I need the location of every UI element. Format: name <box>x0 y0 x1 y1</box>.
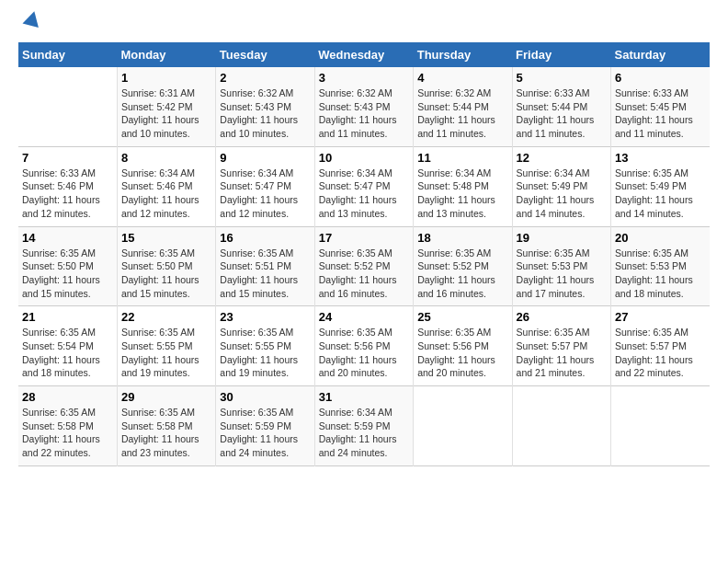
day-cell: 11Sunrise: 6:34 AMSunset: 5:48 PMDayligh… <box>414 146 512 226</box>
day-cell: 24Sunrise: 6:35 AMSunset: 5:56 PMDayligh… <box>314 306 413 386</box>
day-header-tuesday: Tuesday <box>216 42 314 67</box>
day-cell: 19Sunrise: 6:35 AMSunset: 5:53 PMDayligh… <box>512 226 610 306</box>
day-info: Sunrise: 6:34 AMSunset: 5:49 PMDaylight:… <box>517 167 607 221</box>
day-info: Sunrise: 6:35 AMSunset: 5:55 PMDaylight:… <box>121 326 211 380</box>
day-info: Sunrise: 6:34 AMSunset: 5:46 PMDaylight:… <box>121 167 211 221</box>
day-info: Sunrise: 6:35 AMSunset: 5:51 PMDaylight:… <box>220 247 310 301</box>
day-number: 17 <box>319 231 409 245</box>
day-cell: 15Sunrise: 6:35 AMSunset: 5:50 PMDayligh… <box>117 226 215 306</box>
day-cell: 10Sunrise: 6:34 AMSunset: 5:47 PMDayligh… <box>314 146 413 226</box>
day-number: 8 <box>121 151 211 165</box>
day-cell <box>611 386 710 466</box>
day-info: Sunrise: 6:32 AMSunset: 5:44 PMDaylight:… <box>417 86 507 141</box>
day-info: Sunrise: 6:35 AMSunset: 5:56 PMDaylight:… <box>319 326 409 380</box>
day-info: Sunrise: 6:34 AMSunset: 5:48 PMDaylight:… <box>417 167 507 221</box>
day-header-sunday: Sunday <box>18 42 117 67</box>
logo-text <box>18 18 42 33</box>
day-info: Sunrise: 6:33 AMSunset: 5:44 PMDaylight:… <box>517 86 607 141</box>
day-cell: 28Sunrise: 6:35 AMSunset: 5:58 PMDayligh… <box>18 386 117 466</box>
day-number: 15 <box>121 231 211 245</box>
day-number: 5 <box>517 71 607 85</box>
day-cell: 20Sunrise: 6:35 AMSunset: 5:53 PMDayligh… <box>611 226 710 306</box>
day-info: Sunrise: 6:35 AMSunset: 5:50 PMDaylight:… <box>22 247 113 301</box>
day-info: Sunrise: 6:35 AMSunset: 5:53 PMDaylight:… <box>615 247 706 301</box>
day-info: Sunrise: 6:35 AMSunset: 5:52 PMDaylight:… <box>417 247 507 301</box>
page-header <box>18 18 710 33</box>
day-number: 25 <box>417 310 507 324</box>
day-number: 2 <box>220 71 310 85</box>
day-cell: 16Sunrise: 6:35 AMSunset: 5:51 PMDayligh… <box>216 226 314 306</box>
day-cell: 31Sunrise: 6:34 AMSunset: 5:59 PMDayligh… <box>314 386 413 466</box>
day-number: 26 <box>517 310 607 324</box>
day-info: Sunrise: 6:35 AMSunset: 5:49 PMDaylight:… <box>615 167 706 221</box>
day-info: Sunrise: 6:35 AMSunset: 5:54 PMDaylight:… <box>22 326 113 380</box>
day-number: 1 <box>121 71 211 85</box>
day-header-thursday: Thursday <box>414 42 512 67</box>
day-number: 30 <box>220 390 310 404</box>
day-header-friday: Friday <box>512 42 610 67</box>
day-number: 3 <box>319 71 409 85</box>
day-info: Sunrise: 6:35 AMSunset: 5:55 PMDaylight:… <box>220 326 310 380</box>
svg-marker-0 <box>22 9 42 28</box>
day-cell <box>18 67 117 146</box>
day-header-wednesday: Wednesday <box>314 42 413 67</box>
day-number: 22 <box>121 310 211 324</box>
calendar-table: SundayMondayTuesdayWednesdayThursdayFrid… <box>18 42 710 466</box>
week-row-5: 28Sunrise: 6:35 AMSunset: 5:58 PMDayligh… <box>18 386 710 466</box>
day-cell: 17Sunrise: 6:35 AMSunset: 5:52 PMDayligh… <box>314 226 413 306</box>
day-number: 23 <box>220 310 310 324</box>
day-cell: 25Sunrise: 6:35 AMSunset: 5:56 PMDayligh… <box>414 306 512 386</box>
day-info: Sunrise: 6:35 AMSunset: 5:52 PMDaylight:… <box>319 247 409 301</box>
day-cell: 21Sunrise: 6:35 AMSunset: 5:54 PMDayligh… <box>18 306 117 386</box>
day-number: 31 <box>319 390 409 404</box>
day-info: Sunrise: 6:34 AMSunset: 5:47 PMDaylight:… <box>319 167 409 221</box>
day-cell: 1Sunrise: 6:31 AMSunset: 5:42 PMDaylight… <box>117 67 215 146</box>
day-number: 21 <box>22 310 113 324</box>
day-number: 16 <box>220 231 310 245</box>
day-info: Sunrise: 6:35 AMSunset: 5:58 PMDaylight:… <box>22 406 113 460</box>
day-info: Sunrise: 6:35 AMSunset: 5:58 PMDaylight:… <box>121 406 211 460</box>
day-cell: 14Sunrise: 6:35 AMSunset: 5:50 PMDayligh… <box>18 226 117 306</box>
day-number: 11 <box>417 151 507 165</box>
week-row-4: 21Sunrise: 6:35 AMSunset: 5:54 PMDayligh… <box>18 306 710 386</box>
day-info: Sunrise: 6:33 AMSunset: 5:46 PMDaylight:… <box>22 167 113 221</box>
day-cell: 23Sunrise: 6:35 AMSunset: 5:55 PMDayligh… <box>216 306 314 386</box>
day-info: Sunrise: 6:31 AMSunset: 5:42 PMDaylight:… <box>121 86 211 141</box>
day-number: 24 <box>319 310 409 324</box>
day-info: Sunrise: 6:35 AMSunset: 5:53 PMDaylight:… <box>517 247 607 301</box>
day-cell: 7Sunrise: 6:33 AMSunset: 5:46 PMDaylight… <box>18 146 117 226</box>
day-number: 29 <box>121 390 211 404</box>
day-cell: 12Sunrise: 6:34 AMSunset: 5:49 PMDayligh… <box>512 146 610 226</box>
day-number: 18 <box>417 231 507 245</box>
day-number: 12 <box>517 151 607 165</box>
day-number: 20 <box>615 231 706 245</box>
week-row-1: 1Sunrise: 6:31 AMSunset: 5:42 PMDaylight… <box>18 67 710 146</box>
day-cell: 2Sunrise: 6:32 AMSunset: 5:43 PMDaylight… <box>216 67 314 146</box>
day-number: 27 <box>615 310 706 324</box>
header-row: SundayMondayTuesdayWednesdayThursdayFrid… <box>18 42 710 67</box>
day-info: Sunrise: 6:33 AMSunset: 5:45 PMDaylight:… <box>615 86 706 141</box>
day-cell: 3Sunrise: 6:32 AMSunset: 5:43 PMDaylight… <box>314 67 413 146</box>
day-number: 9 <box>220 151 310 165</box>
day-number: 13 <box>615 151 706 165</box>
day-info: Sunrise: 6:34 AMSunset: 5:59 PMDaylight:… <box>319 406 409 460</box>
day-cell: 5Sunrise: 6:33 AMSunset: 5:44 PMDaylight… <box>512 67 610 146</box>
day-number: 19 <box>517 231 607 245</box>
day-number: 4 <box>417 71 507 85</box>
day-header-monday: Monday <box>117 42 215 67</box>
day-number: 10 <box>319 151 409 165</box>
day-cell: 8Sunrise: 6:34 AMSunset: 5:46 PMDaylight… <box>117 146 215 226</box>
day-cell <box>414 386 512 466</box>
day-info: Sunrise: 6:35 AMSunset: 5:59 PMDaylight:… <box>220 406 310 460</box>
week-row-3: 14Sunrise: 6:35 AMSunset: 5:50 PMDayligh… <box>18 226 710 306</box>
day-number: 7 <box>22 151 113 165</box>
day-header-saturday: Saturday <box>611 42 710 67</box>
day-cell: 13Sunrise: 6:35 AMSunset: 5:49 PMDayligh… <box>611 146 710 226</box>
logo <box>18 18 42 33</box>
day-cell: 27Sunrise: 6:35 AMSunset: 5:57 PMDayligh… <box>611 306 710 386</box>
day-cell: 26Sunrise: 6:35 AMSunset: 5:57 PMDayligh… <box>512 306 610 386</box>
day-cell: 9Sunrise: 6:34 AMSunset: 5:47 PMDaylight… <box>216 146 314 226</box>
week-row-2: 7Sunrise: 6:33 AMSunset: 5:46 PMDaylight… <box>18 146 710 226</box>
day-info: Sunrise: 6:35 AMSunset: 5:56 PMDaylight:… <box>417 326 507 380</box>
day-cell: 4Sunrise: 6:32 AMSunset: 5:44 PMDaylight… <box>414 67 512 146</box>
